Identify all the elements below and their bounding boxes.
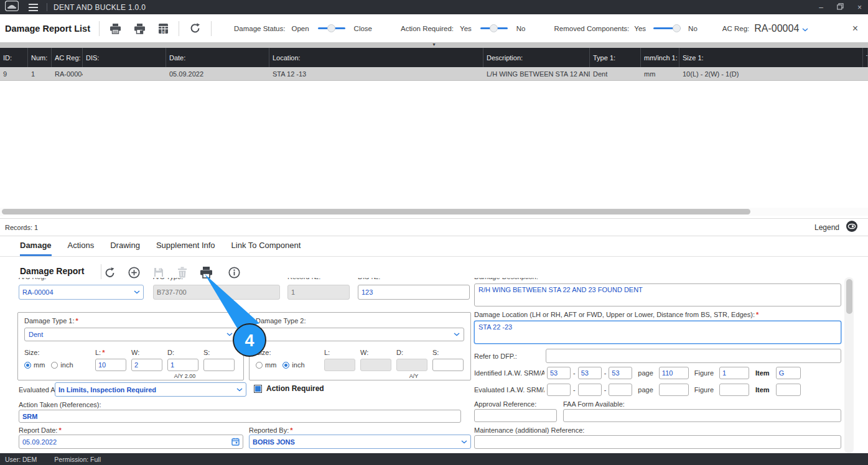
col-type2-clipped[interactable]: T: [863, 48, 868, 67]
identified-subject-input[interactable]: 53: [609, 367, 632, 379]
horizontal-scrollbar-thumb[interactable]: [2, 209, 750, 214]
ac-type-field: [153, 285, 280, 300]
save-icon: [152, 265, 166, 279]
ac-reg-filter-dropdown[interactable]: RA-00004: [754, 23, 808, 34]
required-mark: *: [76, 317, 78, 325]
approval-reference-input[interactable]: [474, 409, 557, 422]
calendar-icon[interactable]: [231, 438, 240, 446]
panel-title: Damage Report List: [5, 24, 90, 34]
damage-status-open-label: Open: [291, 25, 309, 32]
close-window-button[interactable]: ×: [857, 3, 862, 12]
identified-item-input[interactable]: G: [776, 367, 801, 379]
table-row[interactable]: 9 1 RA-00004 05.09.2022 STA 12 -13 L/H W…: [0, 67, 868, 81]
hamburger-menu-icon[interactable]: [29, 4, 38, 11]
figure-label: Figure: [694, 369, 714, 377]
type1-w-input[interactable]: [131, 359, 162, 371]
toolbar-divider: [99, 21, 100, 36]
close-panel-button[interactable]: ×: [852, 23, 858, 34]
evaluated-subject-input[interactable]: [609, 384, 632, 396]
col-size1[interactable]: Size 1:: [679, 48, 863, 67]
type1-d-input[interactable]: [167, 359, 198, 371]
action-required-toggle[interactable]: [480, 24, 508, 32]
tab-damage[interactable]: Damage: [20, 241, 52, 256]
add-record-icon[interactable]: [127, 265, 141, 279]
maintenance-reference-input[interactable]: [474, 435, 841, 449]
col-mm-inch1[interactable]: mm/inch 1:: [641, 48, 679, 67]
undo-icon[interactable]: [103, 265, 117, 279]
mm-radio[interactable]: [256, 362, 263, 369]
export-excel-icon[interactable]: x: [158, 23, 169, 34]
faa-form-available-input[interactable]: [563, 409, 841, 422]
legend-eye-icon[interactable]: [846, 220, 858, 235]
evaluated-iaw-row: Evaluated I.A.W. SRM/AMM - - page Figure…: [474, 383, 803, 396]
inch-radio[interactable]: [282, 362, 289, 369]
damage-description-textarea[interactable]: R/H WING BETWEEN STA 22 AND 23 FOUND DEN…: [474, 283, 841, 306]
evaluated-page-input[interactable]: [659, 384, 689, 396]
col-location[interactable]: Location:: [269, 48, 483, 67]
cell-size1: 10(L) - 2(W) - 1(D): [679, 67, 863, 80]
report-date-input[interactable]: 05.09.2022: [19, 435, 243, 449]
evaluated-figure-input[interactable]: [719, 384, 749, 396]
ac-reg-dropdown[interactable]: RA-00004: [19, 285, 144, 300]
print-icon[interactable]: [110, 23, 121, 34]
type1-s-input[interactable]: [203, 359, 235, 371]
removed-components-toggle[interactable]: [653, 24, 681, 32]
print-damage-report-icon[interactable]: [199, 265, 213, 279]
info-icon[interactable]: [227, 265, 241, 279]
col-type1[interactable]: Type 1:: [590, 48, 641, 67]
removed-components-yes-label: Yes: [634, 25, 646, 32]
identified-section-input[interactable]: 53: [578, 367, 602, 379]
damage-type1-dropdown[interactable]: Dent: [24, 328, 237, 341]
type2-s-input[interactable]: [432, 359, 464, 371]
w-label: W:: [360, 349, 395, 357]
approval-reference-label: Approval Reference:: [474, 400, 536, 408]
tab-actions[interactable]: Actions: [68, 241, 95, 256]
identified-chapter-input[interactable]: 53: [547, 367, 571, 379]
damage-type2-label: Damage Type 2:: [256, 317, 306, 325]
svg-text:x: x: [162, 30, 164, 34]
refer-to-dfp-input[interactable]: [546, 349, 841, 363]
tab-drawing[interactable]: Drawing: [110, 241, 140, 256]
damage-type2-dropdown[interactable]: [256, 328, 464, 341]
restore-button[interactable]: [837, 3, 844, 12]
reported-by-dropdown[interactable]: BORIS JONS: [249, 435, 471, 449]
vertical-scrollbar-thumb[interactable]: [846, 279, 852, 314]
evaluated-item-input[interactable]: [776, 384, 801, 396]
type1-l-input[interactable]: [95, 359, 126, 371]
d-label: D:: [167, 349, 202, 357]
type2-w-input: [360, 359, 391, 371]
maintenance-reference-label: Maintenance (additional) Reference:: [474, 426, 584, 434]
faa-form-available-label: FAA Form Available:: [563, 400, 625, 408]
col-dis[interactable]: DIS:: [83, 48, 166, 67]
print-report-icon[interactable]: [134, 23, 146, 34]
inch-radio[interactable]: [51, 362, 58, 369]
refresh-icon[interactable]: [189, 22, 201, 34]
evaluated-chapter-input[interactable]: [547, 384, 571, 396]
tab-link-to-component[interactable]: Link To Component: [231, 241, 301, 256]
damage-status-label: Damage Status:: [234, 25, 285, 32]
evaluated-section-input[interactable]: [578, 384, 602, 396]
action-taken-input[interactable]: [19, 410, 461, 423]
col-id[interactable]: ID:: [0, 48, 28, 67]
minimize-button[interactable]: –: [819, 3, 823, 12]
col-description[interactable]: Description:: [483, 48, 590, 67]
col-ac-reg[interactable]: AC Reg:: [52, 48, 83, 67]
damage-status-toggle[interactable]: [318, 24, 345, 32]
col-num[interactable]: Num:: [28, 48, 52, 67]
tab-supplement-info[interactable]: Supplement Info: [156, 241, 215, 256]
action-required-no-label: No: [516, 25, 526, 32]
identified-figure-input[interactable]: 1: [719, 367, 749, 379]
damage-location-textarea[interactable]: STA 22 -23: [474, 321, 841, 344]
splitter-handle[interactable]: ▾: [0, 42, 868, 48]
action-required-checkbox[interactable]: [254, 385, 262, 393]
size-label: Size:: [24, 349, 94, 357]
col-date[interactable]: Date:: [166, 48, 269, 67]
evaluated-as-dropdown[interactable]: In Limits, Inspection Required: [55, 382, 246, 397]
toolbar-divider: [211, 21, 212, 36]
ac-type-label-clipped: A/C Type:: [153, 278, 278, 282]
figure-label: Figure: [694, 386, 714, 394]
identified-page-input[interactable]: 110: [659, 367, 689, 379]
dis-no-field[interactable]: [358, 285, 470, 300]
mm-radio[interactable]: [24, 362, 31, 369]
horizontal-scrollbar: [0, 208, 868, 216]
